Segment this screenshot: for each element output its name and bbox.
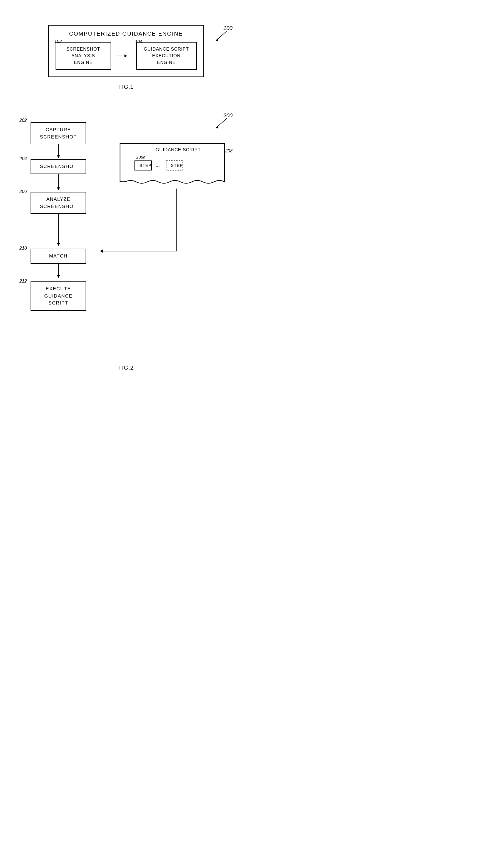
ref-206-label: 206 [19,189,27,194]
inner-boxes-row: 102 SCREENSHOT ANALYSIS ENGINE 104 [56,42,197,70]
ref-204-label: 204 [19,156,27,161]
box-104-wrapper: 104 GUIDANCE SCRIPT EXECUTION ENGINE [136,42,197,70]
svg-marker-16 [57,275,60,278]
svg-text:STEP: STEP [171,163,183,168]
svg-text:GUIDANCE SCRIPT: GUIDANCE SCRIPT [156,148,201,152]
page: 100 COMPUTERIZED GUIDANCE ENGINE 102 SCR… [0,0,252,428]
svg-text:208a: 208a [136,155,145,159]
box-102-wrapper: 102 SCREENSHOT ANALYSIS ENGINE [56,42,111,70]
svg-text:STEP: STEP [140,163,151,168]
svg-marker-7 [57,155,60,158]
guidance-script-box: GUIDANCE SCRIPT 208a STEP ... STEP [120,143,225,191]
svg-marker-11 [57,243,60,246]
arrow-between-boxes [117,53,130,59]
ref-102-label: 102 [54,39,62,44]
svg-marker-3 [125,54,127,57]
fig1-container: 100 COMPUTERIZED GUIDANCE ENGINE 102 SCR… [11,25,241,90]
fig1-outer-box: COMPUTERIZED GUIDANCE ENGINE 102 SCREENS… [48,25,204,77]
ref-202-label: 202 [19,118,27,123]
box-capture-screenshot: CAPTURE SCREENSHOT [31,122,86,144]
flowchart: 202 CAPTURE SCREENSHOT 204 SCREENSHOT 20… [11,112,241,363]
box-execute-guidance: EXECUTE GUIDANCE SCRIPT [31,281,86,311]
svg-marker-9 [57,187,60,190]
fig1-outer-title: COMPUTERIZED GUIDANCE ENGINE [56,31,197,37]
fig1-caption: FIG.1 [11,84,241,90]
arrow-100-icon [213,30,230,44]
guidance-script-svg: GUIDANCE SCRIPT 208a STEP ... STEP [120,143,225,190]
ref-104-label: 104 [135,39,143,44]
box-screenshot: SCREENSHOT [31,159,86,174]
ref-208-label: 208 [225,149,233,154]
svg-marker-14 [100,250,103,253]
ref-210-label: 210 [19,246,27,251]
box-104: GUIDANCE SCRIPT EXECUTION ENGINE [136,42,197,70]
box-102: SCREENSHOT ANALYSIS ENGINE [56,42,111,70]
svg-text:...: ... [156,162,160,168]
box-match: MATCH [31,249,86,264]
box-analyze-screenshot: ANALYZE SCREENSHOT [31,192,86,214]
fig2-caption: FIG.2 [11,364,241,371]
ref-212-label: 212 [19,279,27,284]
right-arrow-icon [117,53,130,59]
fig2-section: 200 [11,112,241,363]
